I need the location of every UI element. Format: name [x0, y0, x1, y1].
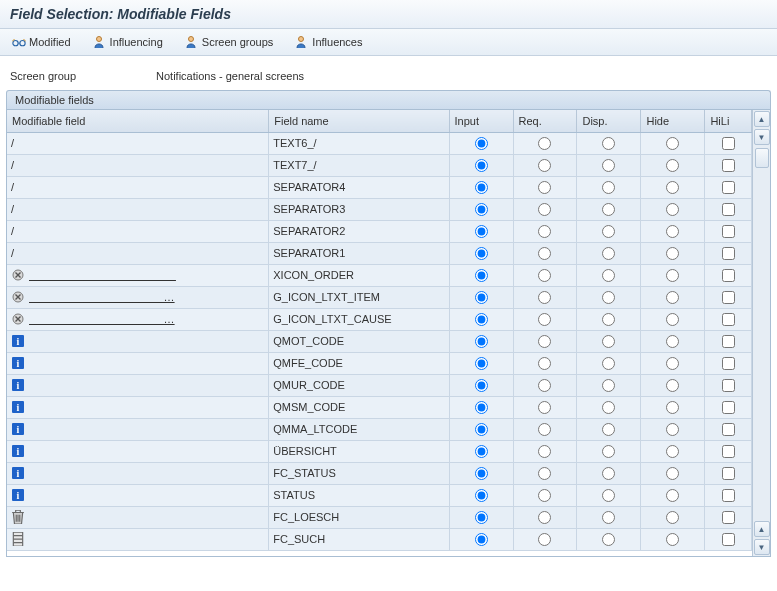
hili-checkbox[interactable]	[722, 291, 735, 304]
hide-radio[interactable]	[666, 291, 679, 304]
hili-checkbox[interactable]	[722, 181, 735, 194]
cell-modifiable-field[interactable]: i	[7, 462, 269, 484]
cell-modifiable-field[interactable]: i	[7, 418, 269, 440]
cell-modifiable-field[interactable]: /	[7, 220, 269, 242]
cell-field-name[interactable]: XICON_ORDER	[269, 264, 449, 286]
req-radio[interactable]	[538, 511, 551, 524]
col-input[interactable]: Input	[449, 110, 513, 132]
disp-radio[interactable]	[602, 313, 615, 326]
disp-radio[interactable]	[602, 137, 615, 150]
req-radio[interactable]	[538, 137, 551, 150]
hili-checkbox[interactable]	[722, 445, 735, 458]
input-radio[interactable]	[475, 225, 488, 238]
hili-checkbox[interactable]	[722, 533, 735, 546]
cell-modifiable-field[interactable]: i	[7, 352, 269, 374]
input-radio[interactable]	[475, 445, 488, 458]
hili-checkbox[interactable]	[722, 423, 735, 436]
req-radio[interactable]	[538, 445, 551, 458]
input-radio[interactable]	[475, 511, 488, 524]
cell-modifiable-field[interactable]	[7, 506, 269, 528]
influencing-button[interactable]: Influencing	[89, 33, 167, 51]
cell-modifiable-field[interactable]: ______________________…	[7, 308, 269, 330]
hide-radio[interactable]	[666, 247, 679, 260]
cell-modifiable-field[interactable]: /	[7, 132, 269, 154]
cell-field-name[interactable]: FC_STATUS	[269, 462, 449, 484]
hide-radio[interactable]	[666, 313, 679, 326]
input-radio[interactable]	[475, 203, 488, 216]
cell-modifiable-field[interactable]: /	[7, 198, 269, 220]
scroll-up-button[interactable]: ▲	[754, 111, 770, 127]
cell-modifiable-field[interactable]: i	[7, 374, 269, 396]
cell-field-name[interactable]: FC_LOESCH	[269, 506, 449, 528]
disp-radio[interactable]	[602, 335, 615, 348]
input-radio[interactable]	[475, 247, 488, 260]
hide-radio[interactable]	[666, 379, 679, 392]
cell-modifiable-field[interactable]: ______________________…	[7, 286, 269, 308]
req-radio[interactable]	[538, 313, 551, 326]
cell-modifiable-field[interactable]: i	[7, 396, 269, 418]
cell-field-name[interactable]: QMFE_CODE	[269, 352, 449, 374]
req-radio[interactable]	[538, 467, 551, 480]
hili-checkbox[interactable]	[722, 137, 735, 150]
col-modifiable-field[interactable]: Modifiable field	[7, 110, 269, 132]
cell-modifiable-field[interactable]: i	[7, 330, 269, 352]
hide-radio[interactable]	[666, 467, 679, 480]
cell-field-name[interactable]: QMSM_CODE	[269, 396, 449, 418]
hili-checkbox[interactable]	[722, 467, 735, 480]
col-req[interactable]: Req.	[513, 110, 577, 132]
cell-field-name[interactable]: G_ICON_LTXT_ITEM	[269, 286, 449, 308]
cell-modifiable-field[interactable]: /	[7, 242, 269, 264]
input-radio[interactable]	[475, 291, 488, 304]
hide-radio[interactable]	[666, 423, 679, 436]
hide-radio[interactable]	[666, 357, 679, 370]
hide-radio[interactable]	[666, 445, 679, 458]
vertical-scrollbar[interactable]: ▲ ▼ ▲ ▼	[752, 110, 770, 556]
hili-checkbox[interactable]	[722, 401, 735, 414]
cell-modifiable-field[interactable]: i	[7, 484, 269, 506]
cell-modifiable-field[interactable]	[7, 528, 269, 550]
req-radio[interactable]	[538, 489, 551, 502]
hili-checkbox[interactable]	[722, 357, 735, 370]
cell-modifiable-field[interactable]: /	[7, 176, 269, 198]
req-radio[interactable]	[538, 181, 551, 194]
input-radio[interactable]	[475, 335, 488, 348]
cell-field-name[interactable]: SEPARATOR1	[269, 242, 449, 264]
disp-radio[interactable]	[602, 423, 615, 436]
disp-radio[interactable]	[602, 225, 615, 238]
req-radio[interactable]	[538, 335, 551, 348]
cell-field-name[interactable]: SEPARATOR2	[269, 220, 449, 242]
hili-checkbox[interactable]	[722, 225, 735, 238]
cell-field-name[interactable]: TEXT6_/	[269, 132, 449, 154]
hide-radio[interactable]	[666, 181, 679, 194]
disp-radio[interactable]	[602, 203, 615, 216]
hide-radio[interactable]	[666, 489, 679, 502]
req-radio[interactable]	[538, 247, 551, 260]
hide-radio[interactable]	[666, 225, 679, 238]
hide-radio[interactable]	[666, 335, 679, 348]
cell-field-name[interactable]: ÜBERSICHT	[269, 440, 449, 462]
cell-field-name[interactable]: SEPARATOR4	[269, 176, 449, 198]
disp-radio[interactable]	[602, 181, 615, 194]
req-radio[interactable]	[538, 159, 551, 172]
modified-button[interactable]: Modified	[8, 33, 75, 51]
input-radio[interactable]	[475, 401, 488, 414]
input-radio[interactable]	[475, 467, 488, 480]
input-radio[interactable]	[475, 269, 488, 282]
scroll-thumb[interactable]	[755, 148, 769, 168]
disp-radio[interactable]	[602, 489, 615, 502]
hili-checkbox[interactable]	[722, 379, 735, 392]
hide-radio[interactable]	[666, 269, 679, 282]
cell-field-name[interactable]: TEXT7_/	[269, 154, 449, 176]
hili-checkbox[interactable]	[722, 203, 735, 216]
hide-radio[interactable]	[666, 203, 679, 216]
input-radio[interactable]	[475, 533, 488, 546]
hide-radio[interactable]	[666, 159, 679, 172]
col-hili[interactable]: HiLi	[705, 110, 752, 132]
input-radio[interactable]	[475, 379, 488, 392]
req-radio[interactable]	[538, 379, 551, 392]
req-radio[interactable]	[538, 203, 551, 216]
req-radio[interactable]	[538, 357, 551, 370]
disp-radio[interactable]	[602, 445, 615, 458]
input-radio[interactable]	[475, 137, 488, 150]
disp-radio[interactable]	[602, 379, 615, 392]
